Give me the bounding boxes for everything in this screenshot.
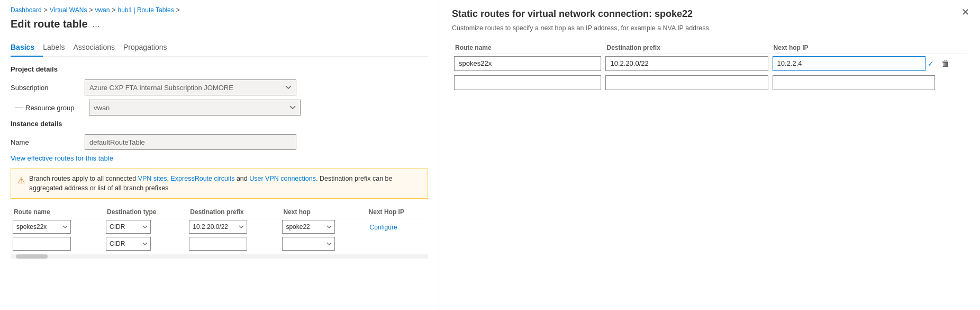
view-effective-routes-link[interactable]: View effective routes for this table <box>11 154 428 162</box>
row1-next-hop-select[interactable]: spoke22 <box>282 220 335 234</box>
tab-labels[interactable]: Labels <box>43 39 73 57</box>
alert-box: ⚠ Branch routes apply to all connected V… <box>11 169 428 199</box>
horizontal-scrollbar[interactable] <box>11 254 428 259</box>
static-row2-dest-prefix[interactable] <box>605 75 768 90</box>
page-title-row: Edit route table … <box>11 18 428 30</box>
col-next-hop: Next hop <box>280 206 365 218</box>
tab-propagations[interactable]: Propagations <box>123 39 176 57</box>
rg-connector-line <box>15 108 23 108</box>
breadcrumb: Dashboard > Virtual WANs > vwan > hub1 |… <box>11 6 428 14</box>
col-dest-type: Destination type <box>104 206 187 218</box>
col-static-dest-prefix: Destination prefix <box>603 42 770 54</box>
col-actions <box>937 42 967 54</box>
project-details-title: Project details <box>11 65 428 73</box>
breadcrumb-vwan[interactable]: vwan <box>95 6 110 14</box>
col-dest-prefix: Destination prefix <box>187 206 280 218</box>
routes-table: Route name Destination type Destination … <box>11 206 428 252</box>
more-options-icon[interactable]: … <box>92 20 101 29</box>
alert-text: Branch routes apply to all connected VPN… <box>29 174 421 193</box>
subscription-row: Subscription Azure CXP FTA Internal Subs… <box>11 79 428 95</box>
user-vpn-link[interactable]: User VPN connections <box>249 175 316 182</box>
static-routes-table: Route name Destination prefix Next hop I… <box>452 42 967 92</box>
instance-details-title: Instance details <box>11 120 428 128</box>
tab-associations[interactable]: Associations <box>73 39 123 57</box>
name-input[interactable] <box>85 134 296 150</box>
routes-table-container: Route name Destination type Destination … <box>11 206 428 259</box>
row1-dest-prefix-select[interactable]: 10.2.20.0/22 <box>189 220 247 234</box>
row2-route-name-input[interactable] <box>13 237 71 251</box>
subscription-control: Azure CXP FTA Internal Subscription JOMO… <box>85 79 296 95</box>
breadcrumb-dashboard[interactable]: Dashboard <box>11 6 42 14</box>
table-row: spokes22x CIDR 10.2.20.0/22 <box>11 218 428 236</box>
resource-group-label: Resource group <box>25 104 89 112</box>
static-row1-dest-prefix[interactable] <box>605 56 768 71</box>
breadcrumb-virtual-wans[interactable]: Virtual WANs <box>50 6 87 14</box>
name-row: Name <box>11 134 428 150</box>
static-route-row-1: ✓ 🗑 <box>452 54 967 73</box>
col-static-next-hop-ip: Next hop IP <box>770 42 937 54</box>
expressroute-link[interactable]: ExpressRoute circuits <box>171 175 235 182</box>
col-next-hop-ip: Next Hop IP <box>366 206 428 218</box>
breadcrumb-hub1-route-tables[interactable]: hub1 | Route Tables <box>117 6 174 14</box>
col-static-route-name: Route name <box>452 42 603 54</box>
name-control <box>85 134 296 150</box>
scroll-thumb <box>16 254 48 259</box>
close-button[interactable]: ✕ <box>961 7 969 17</box>
page-title: Edit route table <box>11 18 88 30</box>
left-panel: Dashboard > Virtual WANs > vwan > hub1 |… <box>0 0 439 310</box>
tab-bar: Basics Labels Associations Propagations <box>11 39 428 57</box>
static-row1-next-hop-ip[interactable] <box>773 56 925 71</box>
row2-next-hop-select[interactable] <box>282 237 335 251</box>
vpn-sites-link[interactable]: VPN sites <box>138 175 167 182</box>
subscription-label: Subscription <box>11 84 85 92</box>
row2-dest-prefix-input[interactable] <box>189 237 247 251</box>
right-panel: ✕ Static routes for virtual network conn… <box>439 0 980 310</box>
static-route-row-2 <box>452 73 967 92</box>
static-row1-route-name[interactable] <box>454 56 601 71</box>
col-route-name: Route name <box>11 206 104 218</box>
panel-title: Static routes for virtual network connec… <box>452 8 967 20</box>
delete-row1-icon[interactable]: 🗑 <box>939 58 952 69</box>
name-label: Name <box>11 138 85 146</box>
next-hop-ip-wrapper: ✓ <box>773 56 935 71</box>
row1-route-name-select[interactable]: spokes22x <box>13 220 71 234</box>
row1-dest-type-select[interactable]: CIDR <box>106 220 151 234</box>
panel-subtitle: Customize routes to specify a next hop a… <box>452 24 967 33</box>
subscription-select[interactable]: Azure CXP FTA Internal Subscription JOMO… <box>85 79 296 95</box>
static-row2-route-name[interactable] <box>454 75 601 90</box>
table-row-empty: CIDR <box>11 235 428 252</box>
tab-basics[interactable]: Basics <box>11 39 43 57</box>
row2-dest-type-select[interactable]: CIDR <box>106 237 151 251</box>
warning-icon: ⚠ <box>17 175 25 193</box>
resource-group-control: vwan <box>89 100 301 116</box>
check-icon[interactable]: ✓ <box>927 58 935 69</box>
resource-group-row: Resource group vwan <box>11 100 428 116</box>
static-row2-next-hop-ip[interactable] <box>773 75 935 90</box>
resource-group-select[interactable]: vwan <box>89 100 301 116</box>
row1-configure-link[interactable]: Configure <box>368 224 400 231</box>
